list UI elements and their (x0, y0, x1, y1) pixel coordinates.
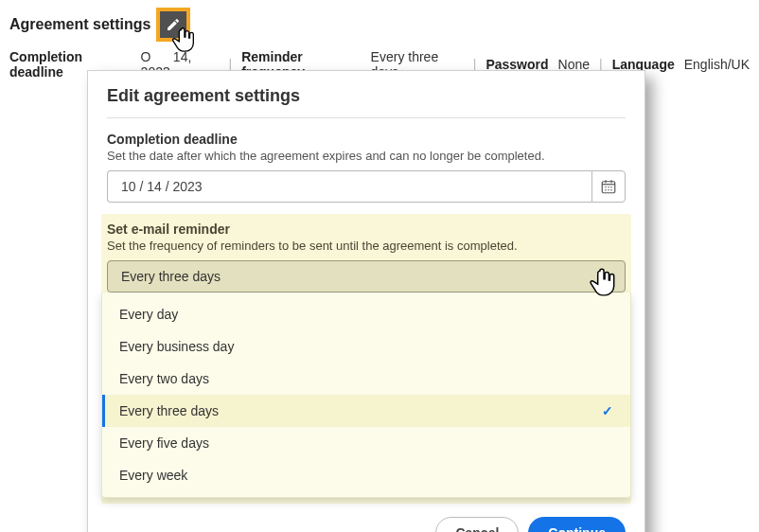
reminder-section: Set e-mail reminder Set the frequency of… (101, 214, 631, 504)
svg-point-9 (610, 189, 612, 191)
deadline-field-desc: Set the date after which the agreement e… (107, 149, 626, 163)
cursor-pointer-icon (169, 25, 198, 53)
page-title: Agreement settings (9, 16, 150, 33)
continue-button[interactable]: Continue (528, 517, 626, 532)
reminder-option[interactable]: Every two days (102, 363, 630, 395)
deadline-date-input[interactable]: 10 / 14 / 2023 (107, 170, 591, 203)
dialog-footer: Cancel Continue (107, 517, 626, 532)
cancel-button[interactable]: Cancel (435, 517, 519, 532)
reminder-dropdown: Every day Every business day Every two d… (101, 293, 631, 498)
svg-point-5 (608, 186, 609, 188)
calendar-button[interactable] (591, 170, 626, 203)
edit-button-highlighted[interactable] (156, 8, 190, 42)
calendar-icon (600, 178, 617, 195)
svg-point-8 (608, 189, 609, 191)
check-icon: ✓ (602, 403, 613, 418)
deadline-date-row: 10 / 14 / 2023 (107, 170, 626, 203)
cursor-pointer-icon (587, 265, 619, 297)
header-row: Agreement settings (0, 0, 759, 45)
reminder-option-selected[interactable]: Every three days ✓ (102, 395, 630, 427)
dialog-title: Edit agreement settings (107, 86, 626, 118)
svg-point-7 (605, 189, 607, 191)
reminder-option[interactable]: Every day (102, 298, 630, 330)
meta-language-value: English/UK (684, 57, 750, 72)
reminder-option[interactable]: Every business day (102, 330, 630, 363)
reminder-option[interactable]: Every week (102, 459, 630, 491)
edit-agreement-dialog: Edit agreement settings Completion deadl… (87, 70, 645, 532)
reminder-option[interactable]: Every five days (102, 427, 630, 459)
reminder-field-title: Set e-mail reminder (107, 222, 626, 237)
reminder-field-desc: Set the frequency of reminders to be sen… (107, 239, 626, 253)
svg-point-6 (610, 186, 612, 188)
svg-point-4 (605, 186, 607, 188)
reminder-frequency-select[interactable]: Every three days ⌄ (107, 260, 626, 293)
deadline-field-title: Completion deadline (107, 132, 626, 147)
reminder-selected-value: Every three days (121, 269, 221, 284)
